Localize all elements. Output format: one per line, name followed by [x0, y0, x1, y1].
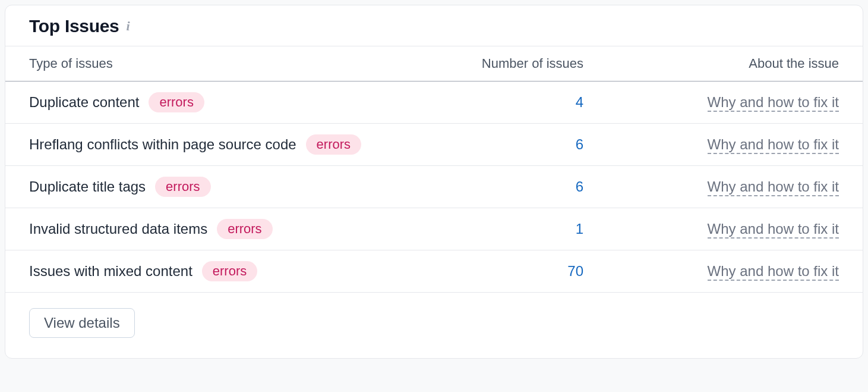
issue-name: Issues with mixed content: [29, 263, 192, 280]
issue-count-link[interactable]: 6: [576, 136, 583, 152]
top-issues-card: Top Issues i Type of issues Number of is…: [5, 5, 863, 359]
card-header: Top Issues i: [5, 5, 863, 46]
issue-name: Hreflang conflicts within page source co…: [29, 136, 296, 153]
severity-badge: errors: [149, 92, 204, 112]
issue-row: Invalid structured data items errors 1 W…: [5, 208, 863, 250]
about-issue-link[interactable]: Why and how to fix it: [708, 136, 839, 154]
severity-badge: errors: [202, 261, 257, 281]
issue-name: Invalid structured data items: [29, 221, 207, 237]
about-issue-link[interactable]: Why and how to fix it: [708, 221, 839, 239]
issue-count-link[interactable]: 6: [576, 178, 583, 195]
about-issue-link[interactable]: Why and how to fix it: [708, 263, 839, 281]
view-details-button[interactable]: View details: [29, 308, 135, 338]
severity-badge: errors: [217, 219, 272, 239]
issue-name: Duplicate content: [29, 94, 139, 111]
col-header-number: Number of issues: [429, 56, 583, 71]
card-title: Top Issues: [29, 16, 119, 36]
issue-row: Duplicate content errors 4 Why and how t…: [5, 81, 863, 124]
about-issue-link[interactable]: Why and how to fix it: [708, 178, 839, 196]
col-header-about: About the issue: [583, 56, 839, 71]
issue-count-link[interactable]: 4: [576, 94, 583, 110]
issue-row: Hreflang conflicts within page source co…: [5, 124, 863, 166]
issue-row: Issues with mixed content errors 70 Why …: [5, 250, 863, 293]
issue-count-link[interactable]: 1: [576, 221, 583, 237]
card-footer: View details: [5, 293, 863, 358]
issue-row: Duplicate title tags errors 6 Why and ho…: [5, 166, 863, 208]
severity-badge: errors: [306, 134, 361, 155]
table-header-row: Type of issues Number of issues About th…: [5, 46, 863, 81]
info-icon[interactable]: i: [126, 20, 130, 33]
issue-count-link[interactable]: 70: [567, 263, 583, 279]
severity-badge: errors: [155, 177, 210, 197]
col-header-type: Type of issues: [29, 56, 429, 71]
about-issue-link[interactable]: Why and how to fix it: [708, 94, 839, 112]
issue-name: Duplicate title tags: [29, 178, 146, 195]
